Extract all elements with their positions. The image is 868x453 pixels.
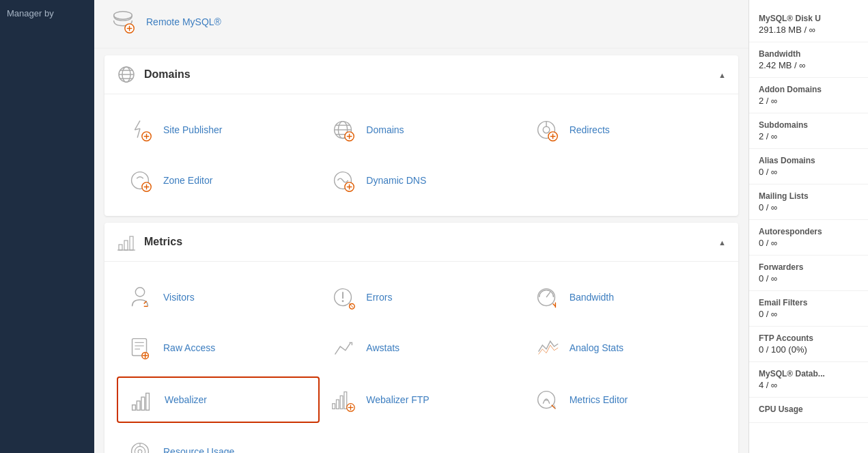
stat-mailing-lists: Mailing Lists 0 / ∞	[749, 184, 868, 220]
stat-forwarders-label: Forwarders	[759, 262, 858, 272]
stat-addon-domains: Addon Domains 2 / ∞	[749, 78, 868, 113]
metrics-header-left: Metrics	[117, 232, 182, 251]
raw-access-label: Raw Access	[163, 342, 215, 353]
domains-grid: Site Publisher	[117, 108, 726, 202]
raw-access-item[interactable]: Raw Access	[117, 326, 320, 370]
webalizer-icon	[126, 385, 156, 415]
stat-alias-domains: Alias Domains 0 / ∞	[749, 149, 868, 184]
visitors-item[interactable]: Visitors	[117, 275, 320, 319]
stat-mailing-lists-label: Mailing Lists	[759, 191, 858, 201]
domains-label: Domains	[366, 124, 404, 135]
stat-bandwidth-label: Bandwidth	[759, 49, 858, 59]
domains-icon	[328, 115, 358, 145]
svg-rect-37	[119, 245, 122, 250]
stat-subdomains-value: 2 / ∞	[759, 131, 858, 141]
webalizer-ftp-label: Webalizer FTP	[366, 394, 429, 405]
resource-usage-icon	[125, 437, 155, 453]
svg-rect-68	[344, 392, 347, 409]
errors-icon	[328, 282, 358, 312]
webalizer-ftp-icon	[328, 385, 358, 415]
remote-mysql-icon	[108, 7, 138, 37]
bandwidth-icon	[531, 282, 561, 312]
bandwidth-item[interactable]: Bandwidth	[523, 275, 726, 319]
domains-section-body: Site Publisher	[104, 94, 738, 216]
zone-editor-item[interactable]: Zone Editor	[117, 159, 320, 202]
domains-section-header[interactable]: Domains	[104, 55, 738, 94]
metrics-section: Metrics Visitors	[104, 223, 738, 453]
stat-mysql-disk-value: 291.18 MB / ∞	[759, 25, 858, 35]
errors-label: Errors	[366, 292, 392, 303]
stat-ftp-accounts-label: FTP Accounts	[759, 333, 858, 343]
sidebar-manager-label: Manager by	[0, 0, 94, 27]
stat-mysql-disk-label: MySQL® Disk U	[759, 14, 858, 23]
metrics-editor-item[interactable]: Metrics Editor	[523, 376, 726, 423]
stat-subdomains-label: Subdomains	[759, 120, 858, 130]
svg-point-41	[135, 288, 144, 297]
metrics-section-icon	[117, 232, 136, 251]
svg-rect-64	[146, 393, 150, 410]
site-publisher-item[interactable]: Site Publisher	[117, 108, 320, 152]
redirects-icon	[531, 115, 561, 145]
webalizer-ftp-item[interactable]: Webalizer FTP	[320, 376, 522, 423]
metrics-section-title: Metrics	[144, 236, 182, 248]
svg-rect-62	[137, 401, 140, 410]
site-publisher-icon	[125, 115, 155, 145]
webalizer-item[interactable]: Webalizer	[117, 376, 320, 423]
bandwidth-label: Bandwidth	[570, 292, 614, 303]
domains-section: Domains	[104, 55, 738, 216]
awstats-label: Awstats	[366, 342, 400, 353]
stat-addon-domains-label: Addon Domains	[759, 85, 858, 94]
stat-mysql-disk: MySQL® Disk U 291.18 MB / ∞	[749, 7, 868, 42]
domains-section-icon	[117, 65, 136, 84]
errors-item[interactable]: Errors	[320, 275, 522, 319]
svg-point-0	[114, 12, 132, 19]
stat-forwarders-value: 0 / ∞	[759, 273, 858, 284]
stat-autoresponders-label: Autoresponders	[759, 227, 858, 236]
awstats-item[interactable]: Awstats	[320, 326, 522, 370]
stats-panel: MySQL® Disk U 291.18 MB / ∞ Bandwidth 2.…	[748, 0, 868, 453]
svg-rect-61	[132, 405, 136, 411]
zone-editor-icon	[125, 165, 155, 195]
stat-bandwidth: Bandwidth 2.42 MB / ∞	[749, 42, 868, 78]
domains-section-title: Domains	[144, 68, 191, 81]
stat-subdomains: Subdomains 2 / ∞	[749, 113, 868, 149]
zone-editor-label: Zone Editor	[163, 175, 212, 186]
remote-mysql-item[interactable]: Remote MySQL®	[102, 3, 740, 41]
metrics-section-body: Visitors Errors	[104, 262, 738, 453]
metrics-collapse-icon[interactable]	[718, 236, 726, 248]
site-publisher-label: Site Publisher	[163, 124, 222, 135]
svg-rect-63	[141, 397, 145, 410]
stat-ftp-accounts-value: 0 / 100 (0%)	[759, 344, 858, 355]
metrics-editor-label: Metrics Editor	[570, 394, 628, 405]
stat-forwarders: Forwarders 0 / ∞	[749, 256, 868, 291]
resource-usage-item[interactable]: Resource Usage	[117, 430, 320, 453]
stat-autoresponders-value: 0 / ∞	[759, 238, 858, 248]
stat-email-filters: Email Filters 0 / ∞	[749, 291, 868, 327]
remote-mysql-label: Remote MySQL®	[146, 16, 221, 27]
svg-point-78	[138, 450, 142, 453]
svg-rect-66	[337, 400, 339, 409]
webalizer-label: Webalizer	[165, 394, 207, 405]
analog-stats-icon	[531, 333, 561, 363]
domains-item[interactable]: Domains	[320, 108, 522, 152]
analog-stats-item[interactable]: Analog Stats	[523, 326, 726, 370]
stat-cpu-usage-label: CPU Usage	[759, 404, 858, 414]
sidebar: Manager by	[0, 0, 94, 453]
stat-addon-domains-value: 2 / ∞	[759, 96, 858, 106]
stat-ftp-accounts: FTP Accounts 0 / 100 (0%)	[749, 327, 868, 362]
domains-collapse-icon[interactable]	[718, 68, 726, 81]
raw-access-icon	[125, 333, 155, 363]
stat-bandwidth-value: 2.42 MB / ∞	[759, 60, 858, 70]
svg-point-24	[543, 126, 550, 133]
redirects-item[interactable]: Redirects	[523, 108, 726, 152]
stat-autoresponders: Autoresponders 0 / ∞	[749, 220, 868, 256]
visitors-label: Visitors	[163, 292, 195, 303]
stat-mysql-databases-label: MySQL® Datab...	[759, 369, 858, 379]
metrics-section-header[interactable]: Metrics	[104, 223, 738, 262]
visitors-icon	[125, 282, 155, 312]
stat-mysql-databases-value: 4 / ∞	[759, 380, 858, 390]
dynamic-dns-item[interactable]: Dynamic DNS	[320, 159, 522, 202]
metrics-grid: Visitors Errors	[117, 275, 726, 453]
main-content: Remote MySQL® Domains	[94, 0, 748, 453]
svg-rect-65	[333, 404, 335, 409]
